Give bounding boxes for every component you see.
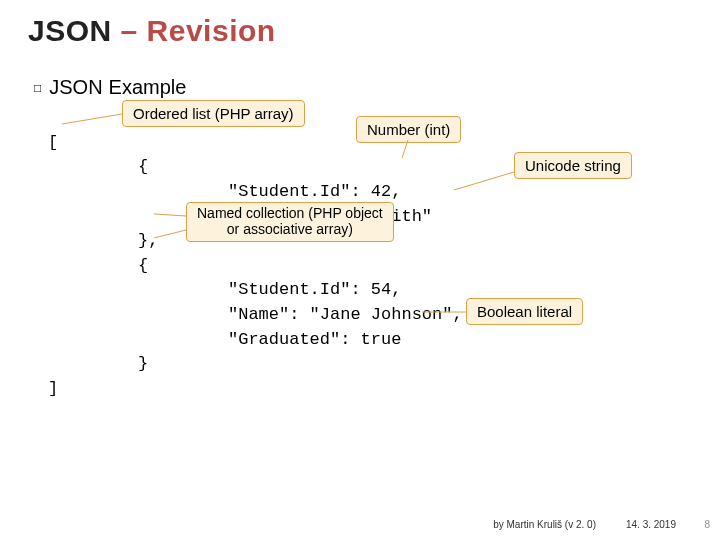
- callout-ordered-list: Ordered list (PHP array): [122, 100, 305, 127]
- footer-page-number: 8: [704, 519, 710, 530]
- title-part-b: Revision: [147, 14, 276, 47]
- callout-text: Named collection (PHP object: [197, 205, 383, 221]
- callout-text: or associative array): [227, 221, 353, 237]
- callout-text: Unicode string: [525, 157, 621, 174]
- code-line: ]: [48, 379, 58, 398]
- code-line: "Graduated": true: [228, 330, 401, 349]
- code-line: "Student.Id": 54,: [228, 280, 401, 299]
- title-dash: –: [121, 14, 138, 47]
- callout-text: Number (int): [367, 121, 450, 138]
- code-line: {: [138, 157, 148, 176]
- heading-post: Example: [109, 76, 187, 99]
- bullet-icon: □: [34, 81, 41, 95]
- code-line: {: [138, 256, 148, 275]
- code-block: [ { "Student.Id": 42, "Name": "John Smit…: [48, 106, 463, 426]
- callout-boolean-literal: Boolean literal: [466, 298, 583, 325]
- code-line: [: [48, 133, 58, 152]
- callout-unicode-string: Unicode string: [514, 152, 632, 179]
- callout-text: Boolean literal: [477, 303, 572, 320]
- footer-date: 14. 3. 2019: [626, 519, 676, 530]
- footer-author: by Martin Kruliš (v 2. 0): [493, 519, 596, 530]
- svg-line-2: [454, 172, 514, 190]
- code-line: "Student.Id": 42,: [228, 182, 401, 201]
- section-heading: □ JSON Example: [34, 76, 186, 99]
- heading-pre: JSON: [49, 76, 102, 99]
- code-line: }: [138, 354, 148, 373]
- title-part-a: JSON: [28, 14, 112, 47]
- code-line: "Name": "Jane Johnson",: [228, 305, 463, 324]
- callout-number-int: Number (int): [356, 116, 461, 143]
- slide-title: JSON – Revision: [0, 0, 720, 48]
- callout-named-collection: Named collection (PHP object or associat…: [186, 202, 394, 242]
- callout-text: Ordered list (PHP array): [133, 105, 294, 122]
- code-line: },: [138, 231, 158, 250]
